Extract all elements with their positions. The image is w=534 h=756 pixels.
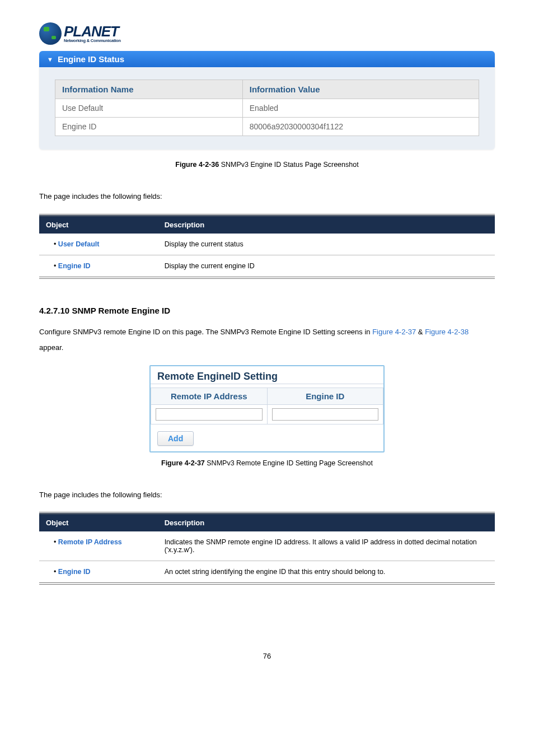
- remote-ip-header: Remote IP Address: [151, 388, 268, 404]
- object-name: Engine ID: [58, 262, 91, 270]
- description-header: Description: [158, 513, 495, 531]
- info-value-header: Information Value: [242, 80, 479, 99]
- remote-engine-id-title: Remote EngineID Setting: [151, 366, 383, 384]
- object-header: Object: [39, 215, 158, 234]
- object-cell: Engine ID: [39, 255, 158, 278]
- object-name: Remote IP Address: [58, 538, 122, 546]
- info-value-cell: 80006a92030000304f1122: [242, 118, 479, 136]
- figure-text-1: SNMPv3 Engine ID Status Page Screenshot: [219, 161, 358, 169]
- engine-id-status-panel: ▼ Engine ID Status Information Name Info…: [39, 51, 495, 150]
- section-title: 4.2.7.10 SNMP Remote Engine ID: [39, 306, 495, 315]
- table-row: Use Default Enabled: [55, 99, 479, 118]
- table-row: Engine ID An octet string identifying th…: [39, 561, 495, 584]
- logo-text: PLANET Networking & Communication: [64, 24, 121, 43]
- description-cell: An octet string identifying the engine I…: [158, 561, 495, 584]
- para-text-2: appear.: [39, 343, 63, 352]
- description-cell: Display the current status: [158, 234, 495, 255]
- object-name: User Default: [58, 240, 100, 248]
- table-row: Engine ID Display the current engine ID: [39, 255, 495, 278]
- info-value-cell: Enabled: [242, 99, 479, 118]
- table-row: User Default Display the current status: [39, 234, 495, 255]
- table-row: Engine ID 80006a92030000304f1122: [55, 118, 479, 136]
- remote-ip-cell: [151, 404, 268, 424]
- figure-caption-1: Figure 4-2-36 SNMPv3 Engine ID Status Pa…: [39, 161, 495, 169]
- logo-name: PLANET: [64, 24, 121, 39]
- figure-text-2: SNMPv3 Remote Engine ID Setting Page Scr…: [205, 459, 373, 467]
- figure-caption-2: Figure 4-2-37 SNMPv3 Remote Engine ID Se…: [39, 459, 495, 467]
- chevron-down-icon: ▼: [47, 56, 53, 63]
- remote-ip-input[interactable]: [156, 408, 263, 421]
- logo-tagline: Networking & Communication: [64, 39, 121, 43]
- info-name-header: Information Name: [55, 80, 243, 99]
- engine-id-header: Engine ID: [267, 388, 383, 404]
- object-cell: Remote IP Address: [39, 531, 158, 561]
- description-cell: Display the current engine ID: [158, 255, 495, 278]
- engine-id-status-table: Information Name Information Value Use D…: [55, 80, 479, 136]
- para-text-1: Configure SNMPv3 remote Engine ID on thi…: [39, 328, 372, 336]
- engine-id-status-title: Engine ID Status: [58, 54, 124, 64]
- fields-intro-2: The page includes the following fields:: [39, 487, 495, 503]
- info-name-cell: Use Default: [55, 99, 243, 118]
- engine-id-status-header[interactable]: ▼ Engine ID Status: [39, 51, 495, 67]
- add-button[interactable]: Add: [157, 431, 194, 446]
- engine-id-status-body: Information Name Information Value Use D…: [39, 67, 495, 136]
- page-number: 76: [39, 652, 495, 660]
- object-header: Object: [39, 513, 158, 531]
- section-paragraph: Configure SNMPv3 remote Engine ID on thi…: [39, 324, 495, 356]
- remote-engine-id-panel: Remote EngineID Setting Remote IP Addres…: [149, 365, 385, 452]
- info-name-cell: Engine ID: [55, 118, 243, 136]
- logo-wrap: PLANET Networking & Communication: [39, 22, 495, 46]
- logo: PLANET Networking & Communication: [39, 22, 121, 45]
- remote-engine-id-table: Remote IP Address Engine ID: [151, 388, 383, 424]
- figure-label-1: Figure 4-2-36: [175, 161, 219, 169]
- engine-id-cell: [267, 404, 383, 424]
- table-row: [151, 404, 383, 424]
- figure-label-2: Figure 4-2-37: [161, 459, 205, 467]
- engine-id-input[interactable]: [272, 408, 379, 421]
- logo-globe-icon: [39, 22, 62, 45]
- figure-link-2[interactable]: Figure 4-2-38: [425, 328, 469, 336]
- description-cell: Indicates the SNMP remote engine ID addr…: [158, 531, 495, 561]
- fields-intro-1: The page includes the following fields:: [39, 189, 495, 205]
- figure-link-1[interactable]: Figure 4-2-37: [372, 328, 416, 336]
- object-description-table-2: Object Description Remote IP Address Ind…: [39, 512, 495, 585]
- object-description-table-1: Object Description User Default Display …: [39, 214, 495, 279]
- object-name: Engine ID: [58, 568, 91, 576]
- object-cell: User Default: [39, 234, 158, 255]
- description-header: Description: [158, 215, 495, 234]
- table-row: Remote IP Address Indicates the SNMP rem…: [39, 531, 495, 561]
- para-amp: &: [416, 328, 425, 336]
- object-cell: Engine ID: [39, 561, 158, 584]
